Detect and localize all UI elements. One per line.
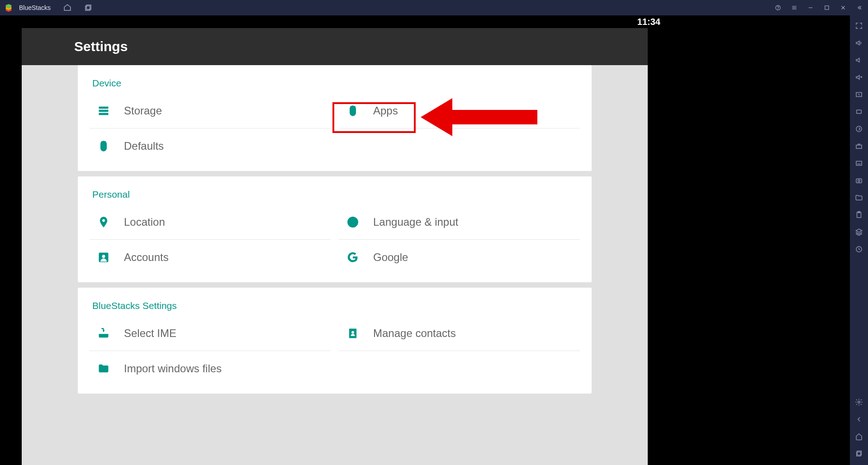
cursor-icon[interactable]	[854, 90, 864, 100]
section-label-bluestacks: BlueStacks Settings	[78, 288, 592, 316]
screenshot-icon[interactable]	[854, 176, 864, 185]
emulator-screen: 11:34 Settings Device Storage	[0, 15, 669, 465]
accounts-label: Accounts	[124, 251, 169, 264]
collapse-icon[interactable]	[855, 4, 863, 12]
toolbox-icon[interactable]	[854, 141, 864, 151]
bluestacks-logo-icon	[5, 4, 13, 12]
google-label: Google	[373, 251, 408, 264]
back-icon[interactable]	[854, 414, 864, 424]
titlebar-right	[774, 4, 863, 12]
settings-item-google[interactable]: Google	[339, 240, 580, 275]
settings-title: Settings	[74, 39, 128, 54]
location-label: Location	[124, 216, 165, 228]
settings-item-import[interactable]: Import windows files	[90, 351, 331, 386]
volume-down-icon[interactable]	[854, 55, 864, 65]
settings-item-language[interactable]: Language & input	[339, 204, 580, 240]
settings-item-storage[interactable]: Storage	[90, 93, 331, 128]
titlebar: BlueStacks	[0, 0, 868, 15]
contacts-icon	[346, 327, 360, 340]
maximize-icon[interactable]	[823, 4, 831, 12]
ime-label: Select IME	[124, 327, 176, 340]
settings-item-contacts[interactable]: Manage contacts	[339, 316, 580, 351]
volume-up-icon[interactable]	[854, 38, 864, 48]
svg-point-18	[102, 219, 105, 222]
help-icon[interactable]	[774, 4, 782, 12]
globe-icon	[346, 215, 360, 229]
location-icon	[97, 215, 110, 229]
settings-item-accounts[interactable]: Accounts	[90, 240, 331, 275]
sync-icon[interactable]	[854, 124, 864, 134]
svg-rect-13	[99, 113, 109, 115]
menu-icon[interactable]	[790, 4, 798, 12]
settings-item-apps[interactable]: Apps	[339, 93, 580, 128]
svg-point-25	[351, 331, 354, 333]
svg-point-33	[858, 180, 860, 182]
empty-cell	[339, 128, 580, 164]
recents-icon[interactable]	[854, 449, 864, 459]
storage-label: Storage	[124, 104, 162, 117]
accounts-icon	[97, 251, 110, 264]
android-home-icon[interactable]	[854, 432, 864, 441]
right-toolbar	[850, 15, 868, 465]
android-status-bar: 11:34	[0, 15, 669, 28]
home-icon[interactable]	[63, 4, 71, 12]
defaults-label: Defaults	[124, 140, 164, 152]
svg-rect-23	[100, 334, 108, 337]
close-icon[interactable]	[839, 4, 847, 12]
svg-rect-30	[856, 145, 862, 149]
app-title: BlueStacks	[19, 4, 51, 11]
folder-sidebar-icon[interactable]	[854, 193, 864, 203]
settings-gear-icon[interactable]	[854, 397, 864, 407]
status-time: 11:34	[637, 17, 660, 27]
settings-body: Device Storage Apps	[22, 65, 648, 465]
storage-icon	[97, 104, 110, 118]
svg-point-37	[858, 401, 860, 403]
settings-item-ime[interactable]: Select IME	[90, 316, 331, 351]
settings-section-device: Device Storage Apps	[78, 65, 592, 171]
apk-icon[interactable]	[854, 158, 864, 168]
apps-label: Apps	[373, 104, 398, 117]
clipboard-icon[interactable]	[854, 210, 864, 220]
fullscreen-icon[interactable]	[854, 21, 864, 31]
reload-icon[interactable]	[854, 244, 864, 254]
settings-item-defaults[interactable]: Defaults	[90, 128, 331, 164]
apps-icon	[346, 104, 360, 118]
settings-section-personal: Personal Location Language & input	[78, 176, 592, 282]
tabs-icon[interactable]	[84, 4, 92, 12]
minimize-icon[interactable]	[806, 4, 815, 12]
section-label-personal: Personal	[78, 176, 592, 204]
svg-rect-32	[856, 179, 862, 183]
svg-rect-0	[86, 5, 91, 9]
defaults-icon	[97, 139, 110, 153]
settings-item-location[interactable]: Location	[90, 204, 331, 240]
svg-point-3	[778, 9, 778, 9]
language-label: Language & input	[373, 216, 458, 228]
lock-rotation-icon[interactable]	[854, 107, 864, 117]
svg-rect-8	[825, 6, 829, 9]
layers-icon[interactable]	[854, 227, 864, 237]
settings-section-bluestacks: BlueStacks Settings Select IME Manage co…	[78, 288, 592, 394]
section-label-device: Device	[78, 65, 592, 93]
contacts-label: Manage contacts	[373, 327, 456, 340]
folder-icon	[97, 362, 110, 375]
settings-app: Settings Device Storage	[22, 28, 648, 465]
svg-rect-28	[857, 110, 862, 114]
svg-rect-1	[85, 6, 90, 10]
svg-rect-31	[856, 161, 862, 166]
titlebar-left: BlueStacks	[5, 4, 92, 12]
keyboard-icon	[97, 327, 110, 340]
google-icon	[346, 251, 360, 264]
svg-rect-11	[99, 106, 109, 109]
settings-header: Settings	[22, 28, 648, 65]
svg-point-29	[856, 126, 862, 132]
svg-rect-12	[99, 109, 109, 112]
mute-icon[interactable]	[854, 72, 864, 82]
import-label: Import windows files	[124, 362, 222, 375]
svg-point-22	[102, 255, 105, 258]
